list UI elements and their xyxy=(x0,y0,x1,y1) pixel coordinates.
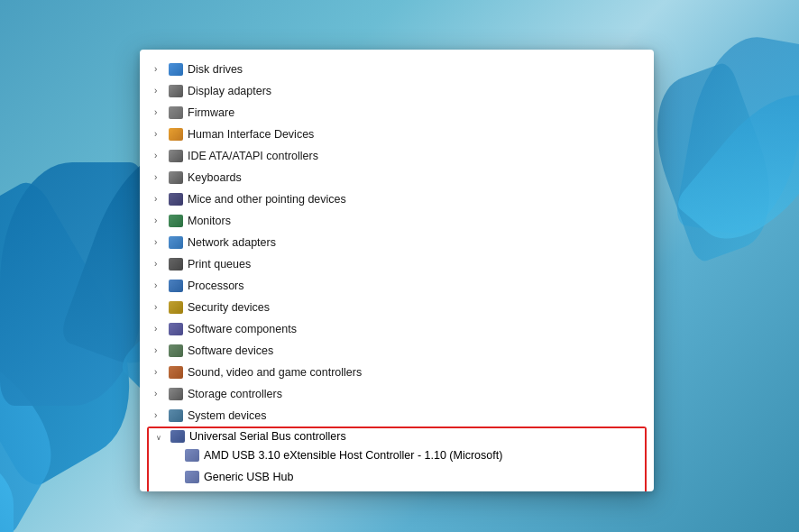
amd-usb-label: AMD USB 3.10 eXtensible Host Controller … xyxy=(204,446,502,464)
mice-label: Mice and other pointing devices xyxy=(188,190,346,208)
chevron-keyboards xyxy=(154,170,165,185)
processors-label: Processors xyxy=(188,277,244,295)
chevron-sound xyxy=(154,365,165,380)
chevron-sw-components xyxy=(154,322,165,336)
amd-usb-icon xyxy=(185,449,199,462)
mice-icon xyxy=(169,193,183,206)
chevron-ide xyxy=(154,149,165,163)
chevron-print xyxy=(154,257,165,271)
tree-item-monitors[interactable]: Monitors xyxy=(140,210,654,232)
tree-item-sound[interactable]: Sound, video and game controllers xyxy=(140,362,654,383)
sw-components-icon xyxy=(169,323,183,335)
firmware-icon xyxy=(169,106,183,119)
tree-item-usb-composite[interactable]: USB Composite Device xyxy=(149,488,645,491)
processors-icon xyxy=(169,280,183,292)
security-label: Security devices xyxy=(188,298,270,316)
network-icon xyxy=(169,236,183,249)
tree-item-ide[interactable]: IDE ATA/ATAPI controllers xyxy=(140,145,654,167)
sw-devices-icon xyxy=(169,344,183,357)
generic-hub-label: Generic USB Hub xyxy=(204,468,293,486)
chevron-sw-devices xyxy=(154,344,165,358)
tree-item-security[interactable]: Security devices xyxy=(140,297,654,318)
hid-icon xyxy=(169,128,183,141)
tree-item-sw-devices[interactable]: Software devices xyxy=(140,340,654,362)
chevron-display xyxy=(154,84,165,98)
chevron-security xyxy=(154,300,165,315)
ide-label: IDE ATA/ATAPI controllers xyxy=(188,147,318,165)
firmware-label: Firmware xyxy=(188,104,234,122)
generic-hub-icon xyxy=(185,471,199,483)
print-label: Print queues xyxy=(188,255,251,273)
usb-icon xyxy=(170,430,185,443)
print-icon xyxy=(169,258,183,271)
hid-label: Human Interface Devices xyxy=(188,125,314,143)
tree-item-processors[interactable]: Processors xyxy=(140,275,654,297)
ide-icon xyxy=(169,150,183,162)
sw-components-label: Software components xyxy=(188,320,297,338)
monitors-label: Monitors xyxy=(188,212,231,230)
sound-icon xyxy=(169,366,183,379)
tree-item-hid[interactable]: Human Interface Devices xyxy=(140,124,654,145)
chevron-monitors xyxy=(154,214,165,228)
tree-item-display-adapters[interactable]: Display adapters xyxy=(140,80,654,102)
monitors-icon xyxy=(169,215,183,227)
display-adapters-icon xyxy=(169,85,183,97)
tree-item-amd-usb[interactable]: AMD USB 3.10 eXtensible Host Controller … xyxy=(149,445,645,466)
tree-item-firmware[interactable]: Firmware xyxy=(140,102,654,124)
tree-item-mice[interactable]: Mice and other pointing devices xyxy=(140,188,654,210)
tree-item-storage[interactable]: Storage controllers xyxy=(140,383,654,405)
tree-item-sw-components[interactable]: Software components xyxy=(140,318,654,340)
keyboards-label: Keyboards xyxy=(188,169,242,187)
chevron-usb xyxy=(156,432,167,442)
storage-label: Storage controllers xyxy=(188,385,282,403)
disk-drives-label: Disk drives xyxy=(188,60,243,78)
system-icon xyxy=(169,409,183,422)
tree-item-generic-hub[interactable]: Generic USB Hub xyxy=(149,466,645,488)
keyboards-icon xyxy=(169,171,183,184)
tree-item-disk-drives[interactable]: Disk drives xyxy=(140,59,654,80)
sw-devices-label: Software devices xyxy=(188,342,273,360)
system-label: System devices xyxy=(188,407,267,425)
usb-header-label: Universal Serial Bus controllers xyxy=(189,430,346,443)
usb-composite-label: USB Composite Device xyxy=(204,490,322,491)
tree-item-keyboards[interactable]: Keyboards xyxy=(140,167,654,188)
tree-view[interactable]: Disk drives Display adapters Firmware Hu… xyxy=(140,50,654,491)
tree-item-network[interactable]: Network adapters xyxy=(140,232,654,253)
storage-icon xyxy=(169,388,183,400)
chevron-storage xyxy=(154,387,165,401)
security-icon xyxy=(169,301,183,314)
chevron-firmware xyxy=(154,105,165,120)
chevron-network xyxy=(154,235,165,250)
chevron-system xyxy=(154,408,165,423)
tree-item-print[interactable]: Print queues xyxy=(140,253,654,275)
usb-section-highlight: Universal Serial Bus controllers AMD USB… xyxy=(147,427,647,491)
disk-drives-icon xyxy=(169,63,183,76)
network-label: Network adapters xyxy=(188,234,276,252)
chevron-hid xyxy=(154,127,165,142)
chevron-mice xyxy=(154,192,165,206)
sound-label: Sound, video and game controllers xyxy=(188,363,362,381)
chevron-disk xyxy=(154,62,165,77)
tree-item-usb-controllers[interactable]: Universal Serial Bus controllers xyxy=(149,428,645,445)
device-manager-window: Disk drives Display adapters Firmware Hu… xyxy=(140,50,654,491)
chevron-processors xyxy=(154,279,165,293)
display-adapters-label: Display adapters xyxy=(188,82,271,100)
tree-item-system[interactable]: System devices xyxy=(140,405,654,427)
